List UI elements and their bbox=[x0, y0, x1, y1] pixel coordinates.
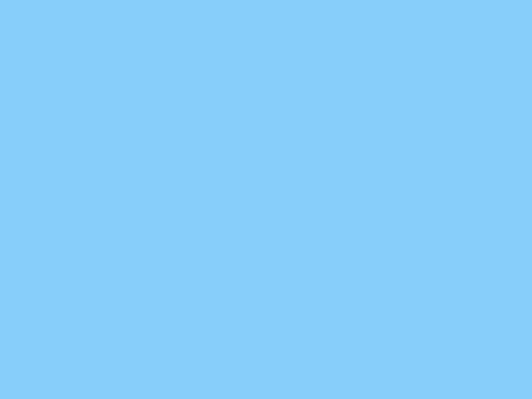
chart-canvas[interactable] bbox=[0, 0, 532, 399]
mt4-chart-window bbox=[0, 0, 532, 399]
